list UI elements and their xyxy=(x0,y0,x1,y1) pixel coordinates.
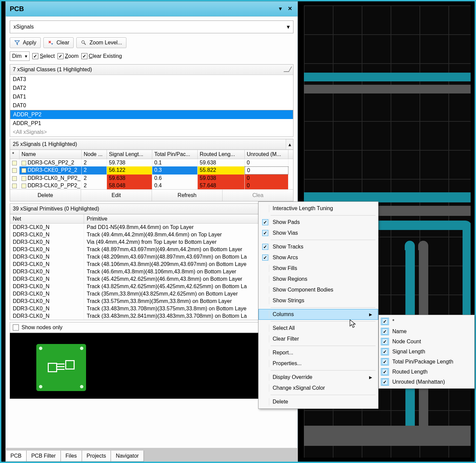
tab[interactable]: PCB Filter xyxy=(26,451,61,462)
context-menu[interactable]: Interactive Length Tuning✓Show Pads✓Show… xyxy=(258,201,379,409)
classes-section: 7 xSignal Classes (1 Highlighted) DAT3DA… xyxy=(10,64,293,137)
show-nodes-row[interactable]: Show nodes only xyxy=(10,322,293,333)
list-item[interactable]: <All xSignals> xyxy=(10,128,293,137)
primitives-rows[interactable]: DDR3-CLK0_NPad DD1-N5(49.8mm,44.6mm) on … xyxy=(10,224,293,320)
menu-item[interactable]: Report... xyxy=(259,347,378,358)
menu-item[interactable]: ✓Show Arcs xyxy=(259,252,378,263)
col-header[interactable]: Total Pin/Pac... xyxy=(152,150,198,159)
menu-item[interactable]: Change xSignal Color xyxy=(259,383,378,393)
clear-existing-checkbox[interactable]: ✓Clear Existing xyxy=(81,53,122,59)
signals-header[interactable]: 25 xSignals (1 Highlighted) xyxy=(10,139,293,150)
col-header[interactable]: Node ... xyxy=(82,150,107,159)
menu-item[interactable]: ✓Name xyxy=(379,326,474,337)
menu-item[interactable]: Columns▸ xyxy=(259,309,378,320)
menu-item[interactable]: Clear Filter xyxy=(259,334,378,344)
list-item[interactable]: DAT3 xyxy=(10,75,293,84)
menu-item[interactable]: Properties... xyxy=(259,358,378,369)
col-header[interactable]: Signal Lengt... xyxy=(107,150,152,159)
table-row[interactable]: DDR3-CLK0_NTrack (45.425mm,42.625mm)(46.… xyxy=(10,275,293,283)
classes-header[interactable]: 7 xSignal Classes (1 Highlighted) xyxy=(10,65,293,75)
menu-item[interactable]: Delete xyxy=(259,396,378,407)
clear-button[interactable]: Clear xyxy=(43,37,74,48)
edit-button[interactable]: Edit xyxy=(81,190,152,201)
list-item[interactable]: ADDR_PP2 xyxy=(10,110,293,119)
table-row[interactable]: DDR3-CLK0_NTrack (33.483mm,33.708mm)(33.… xyxy=(10,305,293,312)
col-header[interactable]: Net xyxy=(10,215,84,223)
table-row[interactable]: DDR3-CKE0_PP2_2256.1220.355.8220 xyxy=(10,166,293,175)
table-row[interactable]: DDR3-CLK0_NTrack (33.483mm,32.841mm)(33.… xyxy=(10,312,293,320)
menu-item[interactable]: Select All xyxy=(259,323,378,334)
scroll-up-icon[interactable]: ▴ xyxy=(286,139,293,149)
chevron-down-icon: ▾ xyxy=(287,23,290,31)
tab[interactable]: PCB xyxy=(5,451,27,462)
panel-titlebar[interactable]: PCB ▾ ✕ xyxy=(6,2,298,16)
menu-item[interactable]: Interactive Length Tuning xyxy=(259,203,378,214)
primitives-col-header[interactable]: NetPrimitive xyxy=(10,214,293,224)
list-item[interactable]: DAT1 xyxy=(10,92,293,101)
col-header[interactable]: Unrouted (M... xyxy=(245,150,288,159)
menu-item[interactable]: ✓Unrouted (Manhattan) xyxy=(379,377,474,387)
menu-item[interactable]: Show Component Bodies xyxy=(259,284,378,295)
menu-item[interactable]: ✓Show Pads xyxy=(259,217,378,228)
select-checkbox[interactable]: ✓SSelectelect xyxy=(32,53,54,59)
zoom-checkbox[interactable]: ✓Zoom xyxy=(57,53,79,59)
table-row[interactable]: DDR3-CLK0_NTrack (43.825mm,42.625mm)(45.… xyxy=(10,283,293,290)
tab[interactable]: Navigator xyxy=(111,451,144,462)
section-handle-icon xyxy=(283,67,292,72)
menu-item[interactable]: ✓* xyxy=(379,316,474,326)
tab[interactable]: Files xyxy=(61,451,82,462)
table-row[interactable]: DDR3-CLK0_NTrack (48.897mm,43.697mm)(49.… xyxy=(10,246,293,253)
primitives-section: 39 xSignal Primitives (0 Highlighted) Ne… xyxy=(10,203,293,320)
show-nodes-label: Show nodes only xyxy=(22,324,63,331)
chevron-right-icon: ▸ xyxy=(369,374,372,381)
delete-button[interactable]: Delete xyxy=(10,190,81,201)
close-icon[interactable]: ✕ xyxy=(286,5,293,13)
pcb-panel: PCB ▾ ✕ xSignals ▾ Apply xyxy=(5,1,298,449)
menu-item[interactable]: Show Fills xyxy=(259,263,378,274)
signals-rows[interactable]: DDR3-CAS_PP2_2259.7380.159.6380DDR3-CKE0… xyxy=(10,159,293,189)
table-row[interactable]: DDR3-CLK0_NTrack (49.4mm,44.2mm)(49.8mm,… xyxy=(10,231,293,238)
menu-item[interactable]: ✓Routed Length xyxy=(379,367,474,377)
bottom-tabs[interactable]: PCBPCB FilterFilesProjectsNavigator xyxy=(5,448,298,462)
table-row[interactable]: DDR3-CLK0_NTrack (33.575mm,33.8mm)(35mm,… xyxy=(10,298,293,305)
list-item[interactable]: DAT2 xyxy=(10,84,293,92)
minimize-icon[interactable]: ▾ xyxy=(277,5,284,13)
menu-item[interactable]: Show Regions xyxy=(259,274,378,284)
table-row[interactable]: DDR3-CLK0_NPad DD1-N5(49.8mm,44.6mm) on … xyxy=(10,224,293,231)
zoom-button[interactable]: Zoom Level... xyxy=(76,37,126,48)
list-item[interactable]: ADDR_PP1 xyxy=(10,119,293,128)
menu-item[interactable]: ✓Signal Length xyxy=(379,347,474,357)
table-row[interactable]: DDR3-CLK0_NVia (49.4mm,44.2mm) from Top … xyxy=(10,238,293,246)
col-header[interactable]: Name xyxy=(19,150,82,159)
menu-item[interactable]: ✓Total Pin/Package Length xyxy=(379,357,474,367)
table-row[interactable]: DDR3-CLK0_NTrack (46.6mm,43.8mm)(48.106m… xyxy=(10,268,293,275)
menu-item[interactable]: ✓Show Tracks xyxy=(259,241,378,252)
col-header[interactable]: * xyxy=(10,150,19,159)
show-nodes-checkbox[interactable] xyxy=(13,324,19,331)
signals-col-header[interactable]: *NameNode ...Signal Lengt...Total Pin/Pa… xyxy=(10,150,293,159)
table-row[interactable]: DDR3-CAS_PP2_2259.7380.159.6380 xyxy=(10,159,293,166)
app-root: // drawn below with DOM PCB ▾ ✕ xSignals… xyxy=(0,0,476,463)
primitives-header[interactable]: 39 xSignal Primitives (0 Highlighted) xyxy=(10,204,293,214)
cursor-icon xyxy=(350,319,357,329)
menu-item[interactable]: ✓Show Vias xyxy=(259,228,378,238)
columns-submenu[interactable]: ✓*✓Name✓Node Count✓Signal Length✓Total P… xyxy=(379,315,475,389)
table-row[interactable]: DDR3-CLK0_NTrack (48.106mm,43.8mm)(48.20… xyxy=(10,261,293,268)
menu-item[interactable]: Show Strings xyxy=(259,295,378,306)
refresh-button[interactable]: Refresh xyxy=(152,190,223,201)
svg-line-1 xyxy=(84,43,86,45)
menu-item[interactable]: ✓Node Count xyxy=(379,337,474,347)
table-row[interactable]: DDR3-CLK0_NTrack (35mm,33.8mm)(43.825mm,… xyxy=(10,290,293,298)
highlight-mode-select[interactable]: Dim ▾ xyxy=(10,51,30,61)
table-row[interactable]: DDR3-CLK0_N_PP2_259.6380.659.0380 xyxy=(10,175,293,182)
tab[interactable]: Projects xyxy=(82,451,111,462)
menu-item[interactable]: Display Override▸ xyxy=(259,372,378,383)
table-row[interactable]: DDR3-CLK0_NTrack (48.209mm,43.697mm)(48.… xyxy=(10,253,293,261)
list-item[interactable]: DAT0 xyxy=(10,101,293,110)
col-header[interactable]: Routed Leng... xyxy=(198,150,245,159)
table-row[interactable]: DDR3-CLK0_P_PP2_258.0480.457.6480 xyxy=(10,182,293,189)
filter-combo[interactable]: xSignals ▾ xyxy=(10,21,293,33)
clear-filter-button[interactable]: Clea xyxy=(223,190,293,201)
classes-list[interactable]: DAT3DAT2DAT1DAT0ADDR_PP2ADDR_PP1<All xSi… xyxy=(10,75,293,137)
apply-button[interactable]: Apply xyxy=(10,37,41,48)
